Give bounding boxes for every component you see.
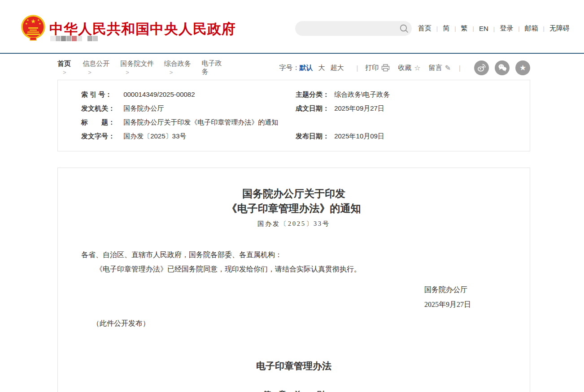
document-content-box: 国务院办公厅关于印发 《电子印章管理办法》的通知 国办发〔2025〕33号 各省… (57, 168, 530, 392)
meta-index-label: 索 引 号： (81, 87, 122, 101)
signer-name: 国务院办公厅 (424, 282, 530, 297)
subheader: 首页 信息公开 国务院文件 综合政务 电子政务 字号： 默认 大 超大 | 打印… (57, 62, 530, 73)
pencil-icon: ✎ (445, 64, 451, 72)
document-number: 国办发〔2025〕33号 (58, 220, 530, 228)
header-divider (0, 53, 584, 54)
meta-title-label: 标 题： (81, 115, 122, 129)
svg-text:★: ★ (37, 18, 40, 22)
toolbar-separator: | (459, 64, 461, 72)
toolbar-separator: | (356, 64, 358, 72)
meta-index: 索 引 号： 000014349/2025-00082 (58, 87, 296, 101)
breadcrumb-general-affairs[interactable]: 综合政务 (164, 60, 191, 67)
meta-publish-date-label: 发布日期： (296, 129, 332, 143)
signature-block: 国务院办公厅 2025年9月27日 (424, 282, 530, 312)
breadcrumb-info-disclosure[interactable]: 信息公开 (83, 60, 109, 67)
meta-title-value: 国务院办公厅关于印发《电子印章管理办法》的通知 (123, 118, 278, 126)
nav-accessibility[interactable]: 无障碍 (549, 24, 570, 32)
nav-mail[interactable]: 邮箱 (525, 24, 538, 32)
site-header: ★ ★ ★ ★ ★ 中华人民共和国中央人民政府 首页 简 繁 (0, 0, 584, 53)
font-size-label: 字号： (279, 64, 299, 72)
meta-written-date-label: 成文日期： (296, 101, 332, 115)
star-icon: ★ (519, 64, 526, 72)
meta-row: 索 引 号： 000014349/2025-00082 主题分类： 综合政务\电… (58, 87, 530, 101)
comment-button[interactable]: 留言 ✎ (429, 64, 451, 72)
printer-icon (381, 64, 390, 72)
chapter-heading: 第一章 总 则 (58, 389, 530, 392)
breadcrumb: 首页 信息公开 国务院文件 综合政务 电子政务 (57, 59, 226, 76)
search-input[interactable] (295, 21, 397, 36)
breadcrumb-e-government[interactable]: 电子政务 (202, 59, 222, 75)
share-icons: ★ (474, 60, 530, 75)
blurred-site-url (50, 36, 98, 41)
meta-row: 标 题： 国务院办公厅关于印发《电子印章管理办法》的通知 (58, 115, 530, 129)
meta-title: 标 题： 国务院办公厅关于印发《电子印章管理办法》的通知 (58, 115, 296, 129)
meta-agency: 发文机关： 国务院办公厅 (58, 101, 296, 115)
font-size-xlarge[interactable]: 超大 (330, 64, 344, 72)
national-emblem-logo[interactable]: ★ ★ ★ ★ ★ (21, 14, 46, 41)
nav-login[interactable]: 登录 (500, 24, 513, 32)
favorites-share-button[interactable]: ★ (515, 60, 530, 75)
signature-date: 2025年9月27日 (424, 297, 530, 312)
top-nav: 首页 简 繁 EN 登录 邮箱 无障碍 (418, 24, 570, 33)
print-button[interactable]: 打印 (365, 64, 390, 72)
nav-home[interactable]: 首页 (418, 24, 431, 32)
favorite-button[interactable]: 收藏 ☆ (398, 64, 420, 72)
font-size-default[interactable]: 默认 (299, 64, 313, 72)
svg-text:★: ★ (26, 18, 29, 22)
search-button[interactable] (397, 21, 412, 36)
public-release-note: （此件公开发布） (92, 317, 506, 330)
nav-simplified[interactable]: 简 (443, 24, 449, 32)
star-outline-icon: ☆ (414, 64, 420, 72)
document-metadata-box: 索 引 号： 000014349/2025-00082 主题分类： 综合政务\电… (57, 80, 530, 151)
national-emblem-icon: ★ ★ ★ ★ ★ (21, 14, 46, 41)
body-paragraph: 《电子印章管理办法》已经国务院同意，现印发给你们，请结合实际认真贯彻执行。 (81, 263, 506, 276)
meta-empty-cell (296, 115, 530, 129)
weibo-icon (477, 63, 487, 73)
page-toolbar: 字号： 默认 大 超大 | 打印 收藏 ☆ 留言 ✎ | (279, 64, 468, 72)
search-icon (399, 24, 409, 34)
law-title: 电子印章管理办法 (58, 360, 530, 372)
meta-publish-date: 发布日期： 2025年10月09日 (296, 129, 530, 143)
meta-topic-label: 主题分类： (296, 87, 332, 101)
wechat-icon (497, 63, 507, 73)
meta-agency-value: 国务院办公厅 (123, 104, 164, 112)
weibo-share-button[interactable] (474, 60, 489, 75)
meta-written-date: 成文日期： 2025年09月27日 (296, 101, 530, 115)
svg-text:★: ★ (39, 22, 41, 25)
document-title-line1: 国务院办公厅关于印发 (58, 186, 530, 201)
breadcrumb-home[interactable]: 首页 (57, 60, 71, 67)
meta-topic: 主题分类： 综合政务\电子政务 (296, 87, 530, 101)
meta-row: 发文字号： 国办发〔2025〕33号 发布日期： 2025年10月09日 (58, 129, 530, 143)
breadcrumb-state-council-docs[interactable]: 国务院文件 (120, 60, 154, 67)
meta-doc-number: 发文字号： 国办发〔2025〕33号 (58, 129, 296, 143)
meta-publish-date-value: 2025年10月09日 (334, 132, 384, 140)
nav-traditional[interactable]: 繁 (461, 24, 468, 32)
svg-text:★: ★ (25, 22, 28, 25)
meta-row: 发文机关： 国务院办公厅 成文日期： 2025年09月27日 (58, 101, 530, 115)
meta-written-date-value: 2025年09月27日 (334, 104, 384, 112)
search-box (295, 21, 412, 36)
font-size-large[interactable]: 大 (318, 64, 325, 72)
document-title-line2: 《电子印章管理办法》的通知 (58, 201, 530, 216)
meta-topic-value: 综合政务\电子政务 (334, 90, 390, 98)
nav-english[interactable]: EN (479, 25, 488, 32)
wechat-share-button[interactable] (495, 60, 510, 75)
svg-text:★: ★ (31, 18, 36, 25)
meta-doc-number-label: 发文字号： (81, 129, 122, 143)
meta-agency-label: 发文机关： (81, 101, 122, 115)
salutation-paragraph: 各省、自治区、直辖市人民政府，国务院各部委、各直属机构： (81, 248, 506, 262)
meta-doc-number-value: 国办发〔2025〕33号 (123, 132, 186, 140)
meta-index-value: 000014349/2025-00082 (123, 90, 195, 98)
